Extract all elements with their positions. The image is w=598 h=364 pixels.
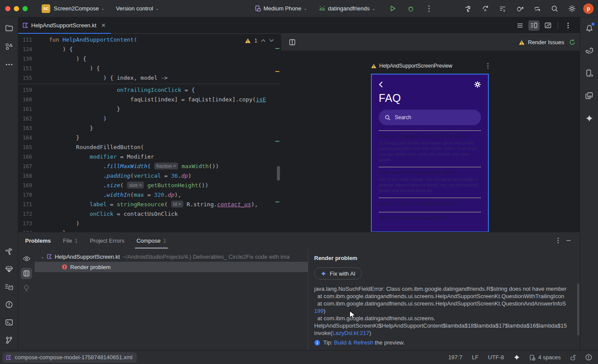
render-issues-button[interactable]: Render Issues [519,39,575,46]
tab-compose[interactable]: Compose1 [136,232,166,249]
details-view-icon[interactable] [21,268,32,279]
preview-eye-icon[interactable] [21,253,32,264]
next-issue-icon[interactable] [269,39,274,42]
faq-question[interactable]: How do I change my profile information?⌃ [379,133,481,139]
faq-question[interactable]: Can I pause or delete my profile?⌃ [379,170,481,175]
tab-file[interactable]: File1 [63,232,78,249]
tree-file-row[interactable]: ⌄ HelpAndSupportScreen.kt ~/AndroidStudi… [35,251,308,262]
code-line-159[interactable]: 159onTrailingIconClick = { [18,85,281,95]
code-line-173[interactable]: 173) [18,219,281,228]
code-line-161[interactable]: 161} [18,104,281,114]
code-line-170[interactable]: 170.widthIn(max = 320.dp), [18,190,281,200]
code-line-172[interactable]: 172onClick = contactUsOnClick [18,209,281,219]
editor-view-code-icon[interactable] [514,20,526,31]
run-button[interactable] [387,3,399,15]
search-icon[interactable] [549,3,561,15]
write-access-lock-icon[interactable] [570,354,576,361]
tree-problem-row[interactable]: Render problem [35,262,308,272]
stack-trace-link[interactable]: LazyDsl.kt:217 [332,330,369,336]
more-tools-icon[interactable] [3,58,16,71]
version-control-menu[interactable]: Version control⌄ [116,5,159,12]
tab-close-icon[interactable]: ✕ [101,22,106,29]
code-line-162[interactable]: 162) [18,114,281,124]
code-line-167[interactable]: 167.fillMaxWidth( fraction = maxWidth()) [18,162,281,171]
debug-button[interactable] [405,3,417,15]
running-devices-icon[interactable] [583,67,596,80]
avatar[interactable]: p [583,3,594,14]
profiler-icon[interactable]: s [497,3,509,15]
preview-menu-icon[interactable] [487,63,489,69]
faq-question[interactable]: Why did my match disappear?⌄ [379,215,481,220]
resource-manager-icon[interactable] [3,40,16,53]
window-minimize-button[interactable] [14,6,19,11]
code-line-164[interactable]: 164} [18,133,281,143]
tab-project-errors[interactable]: Project Errors [90,232,124,249]
stack-trace-link[interactable]: 199 [314,308,324,314]
editor-more-options-icon[interactable] [562,20,574,31]
code-line-174[interactable]: 174} [18,228,281,232]
build-icon[interactable] [462,3,474,15]
code-line-166[interactable]: 166modifier = Modifier [18,152,281,162]
logcat-icon[interactable] [3,280,16,293]
hide-panel-icon[interactable] [566,237,571,244]
device-selector[interactable]: Medium Phone⌄ [255,5,307,12]
editor-view-split-icon[interactable] [528,20,540,31]
build-refresh-link[interactable]: Build & Refresh [334,339,373,346]
code-line-169[interactable]: 169.size( size = getButtonHeight()) [18,181,281,190]
phone-preview[interactable]: FAQ Search How do I change my profile in… [371,74,489,232]
preview-layout-icon[interactable] [286,37,298,48]
code-editor[interactable]: 111fun HelpAndSupportContent(124) {130) … [18,34,281,232]
back-icon[interactable] [379,81,383,88]
gradle-icon[interactable] [583,44,596,57]
caret-position[interactable]: 197:7 [448,354,462,361]
more-actions-button[interactable] [423,3,435,15]
prev-issue-icon[interactable] [261,39,266,42]
faq-question[interactable]: How do I block or report someone?⌄ [379,201,481,206]
code-line-163[interactable]: 163} [18,124,281,133]
code-line-160[interactable]: 160faqList[index] = faqList[index].copy(… [18,95,281,104]
version-control-icon[interactable] [3,334,16,347]
attach-debugger-icon[interactable] [514,3,526,15]
code-line-168[interactable]: 168.padding(vertical = 36.dp) [18,171,281,181]
line-ending[interactable]: LF [472,354,478,361]
problems-icon[interactable] [3,298,16,311]
chevron-down-icon[interactable]: ⌄ [41,254,44,259]
device-explorer-icon[interactable] [583,89,596,102]
gemini-icon[interactable] [583,112,596,125]
indent-config[interactable]: 4 spaces [530,354,561,361]
build-hammer-icon[interactable] [3,245,16,258]
inspection-widget[interactable]: 1 [245,37,274,44]
editor-scrollbar[interactable] [277,166,280,181]
notifications-bell-icon[interactable] [583,22,596,35]
panel-options-icon[interactable] [557,237,559,244]
code-line-130[interactable]: 130) { [18,54,281,64]
fix-with-ai-button[interactable]: Fix with AI [314,267,362,280]
search-input[interactable]: Search [379,110,481,125]
code-line-111[interactable]: 111fun HelpAndSupportContent( [18,35,281,45]
file-encoding[interactable]: UTF-8 [488,354,504,361]
editor-view-design-icon[interactable] [542,20,553,31]
refresh-icon[interactable] [569,39,575,46]
sync-icon[interactable] [531,3,543,15]
event-log-icon[interactable] [585,354,592,361]
detail-scrollbar[interactable] [577,283,579,335]
run-configuration-selector[interactable]: datingandfriends⌄ [318,5,376,12]
window-close-button[interactable] [5,6,10,11]
code-line-151[interactable]: 151) { [18,64,281,73]
code-line-165[interactable]: 165RoundedFilledButton( [18,143,281,152]
project-menu[interactable]: Screen2Compose⌄ [54,5,104,12]
terminal-icon[interactable] [3,316,16,329]
ai-status-icon[interactable] [514,354,520,361]
code-line-171[interactable]: 171label = stringResource( id = R.string… [18,200,281,209]
app-insights-icon[interactable] [3,263,16,276]
quick-fix-bulb-icon[interactable] [21,283,32,294]
code-line-155[interactable]: 155) { index, model -> [18,73,281,83]
ai-actions-icon[interactable]: A [479,3,491,15]
project-folder-icon[interactable] [3,22,16,35]
tab-help-and-support-screen[interactable]: HelpAndSupportScreen.kt ✕ [18,17,111,34]
code-line-124[interactable]: 124) { [18,45,281,54]
status-file-item[interactable]: compose-compose-model-1758748140651.xml [3,352,137,363]
settings-icon[interactable] [566,3,578,15]
gear-icon[interactable] [474,81,481,88]
window-zoom-button[interactable] [23,6,28,11]
